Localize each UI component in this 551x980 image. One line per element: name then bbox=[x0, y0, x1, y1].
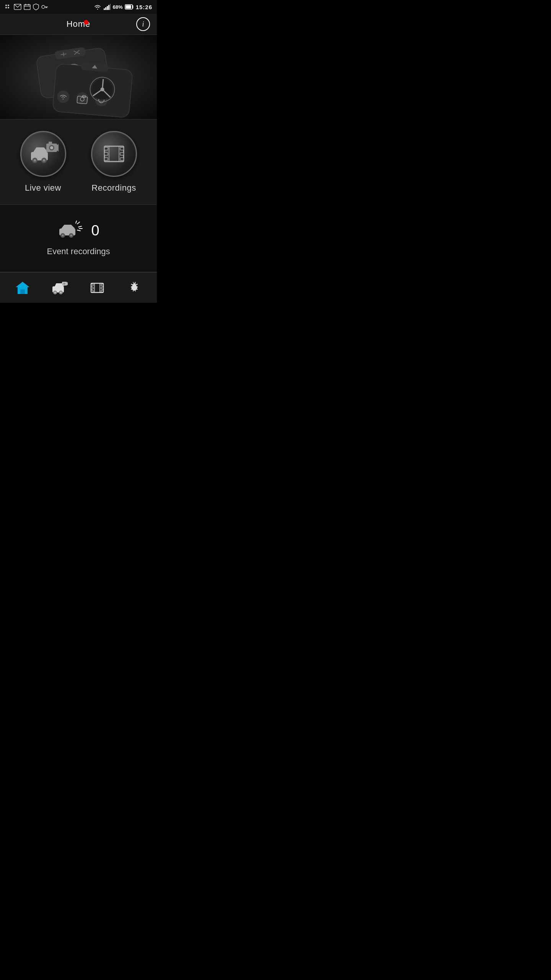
live-view-label: Live view bbox=[25, 183, 61, 193]
svg-point-75 bbox=[70, 235, 72, 237]
device-image-section bbox=[0, 35, 157, 119]
live-view-icon bbox=[28, 140, 59, 167]
svg-rect-15 bbox=[107, 6, 108, 10]
svg-point-1 bbox=[8, 5, 9, 6]
recording-indicator bbox=[84, 20, 88, 24]
svg-point-2 bbox=[5, 7, 7, 8]
svg-rect-16 bbox=[108, 5, 109, 10]
svg-rect-64 bbox=[104, 153, 108, 155]
key-icon bbox=[41, 4, 48, 10]
recordings-nav-icon[interactable] bbox=[90, 280, 105, 296]
status-bar: 68% 15:26 bbox=[0, 0, 157, 14]
recordings-button[interactable]: Recordings bbox=[82, 131, 146, 193]
svg-point-0 bbox=[5, 5, 7, 6]
svg-point-56 bbox=[43, 159, 45, 162]
svg-rect-96 bbox=[101, 287, 103, 289]
svg-point-3 bbox=[8, 7, 9, 8]
gmail-icon bbox=[14, 4, 21, 10]
recordings-label: Recordings bbox=[91, 183, 136, 193]
recordings-icon bbox=[101, 140, 127, 167]
live-view-circle[interactable] bbox=[20, 131, 66, 177]
svg-rect-97 bbox=[101, 290, 103, 292]
settings-icon-svg bbox=[127, 281, 141, 295]
calendar-icon bbox=[24, 4, 31, 10]
crash-icon bbox=[57, 220, 84, 241]
svg-line-77 bbox=[78, 226, 82, 227]
info-icon: i bbox=[142, 20, 144, 28]
recordings-nav-icon-svg bbox=[90, 281, 104, 294]
signal-icon bbox=[104, 4, 111, 10]
svg-line-76 bbox=[77, 222, 80, 224]
live-view-button[interactable]: Live view bbox=[11, 131, 75, 193]
svg-rect-66 bbox=[120, 147, 124, 150]
nav-home[interactable] bbox=[4, 280, 41, 296]
svg-rect-68 bbox=[120, 158, 124, 160]
svg-line-79 bbox=[76, 221, 77, 223]
dots-icon bbox=[5, 3, 11, 10]
home-icon-svg bbox=[15, 281, 30, 295]
svg-rect-82 bbox=[20, 289, 25, 294]
recordings-circle[interactable] bbox=[91, 131, 137, 177]
svg-rect-94 bbox=[91, 290, 93, 292]
wifi-icon bbox=[94, 4, 101, 10]
svg-rect-95 bbox=[101, 284, 103, 286]
svg-marker-89 bbox=[67, 282, 68, 285]
svg-rect-63 bbox=[104, 147, 108, 150]
svg-point-9 bbox=[42, 5, 45, 8]
svg-rect-13 bbox=[104, 8, 105, 10]
svg-point-59 bbox=[50, 146, 53, 149]
svg-point-90 bbox=[64, 283, 65, 284]
event-count: 0 bbox=[91, 222, 99, 239]
svg-rect-19 bbox=[126, 5, 131, 9]
info-button[interactable]: i bbox=[136, 17, 150, 31]
status-time: 15:26 bbox=[136, 4, 152, 10]
svg-point-54 bbox=[34, 159, 36, 162]
live-view-nav-icon[interactable] bbox=[52, 280, 67, 296]
svg-point-85 bbox=[54, 292, 56, 293]
nav-recordings[interactable] bbox=[78, 280, 116, 296]
settings-nav-icon[interactable] bbox=[127, 280, 142, 296]
event-row: 0 bbox=[57, 220, 99, 241]
event-section: 0 Event recordings bbox=[0, 205, 157, 272]
event-label: Event recordings bbox=[47, 247, 110, 256]
svg-line-25 bbox=[63, 52, 64, 56]
nav-settings[interactable] bbox=[116, 280, 153, 296]
shield-icon bbox=[33, 3, 39, 10]
nav-live-view[interactable] bbox=[41, 280, 79, 296]
svg-rect-93 bbox=[91, 287, 93, 289]
main-buttons-section: Live view Recordings bbox=[0, 119, 157, 205]
svg-rect-65 bbox=[104, 158, 108, 160]
status-left-icons bbox=[5, 3, 48, 10]
svg-point-87 bbox=[60, 292, 62, 293]
svg-rect-92 bbox=[91, 284, 93, 286]
svg-rect-5 bbox=[24, 5, 30, 10]
dashcam-device-svg bbox=[19, 39, 138, 115]
header: Home i bbox=[0, 14, 157, 35]
svg-marker-60 bbox=[57, 144, 59, 152]
home-icon[interactable] bbox=[15, 280, 30, 296]
battery-icon bbox=[125, 4, 134, 10]
svg-rect-14 bbox=[105, 7, 106, 10]
battery-percent: 68% bbox=[113, 4, 123, 10]
svg-rect-61 bbox=[49, 142, 52, 144]
live-view-nav-icon-svg bbox=[52, 281, 68, 295]
svg-rect-17 bbox=[110, 4, 111, 10]
svg-line-78 bbox=[77, 230, 80, 231]
status-right-icons: 68% 15:26 bbox=[94, 4, 152, 10]
bottom-navigation bbox=[0, 272, 157, 303]
svg-point-73 bbox=[62, 235, 64, 237]
svg-rect-67 bbox=[120, 153, 124, 155]
